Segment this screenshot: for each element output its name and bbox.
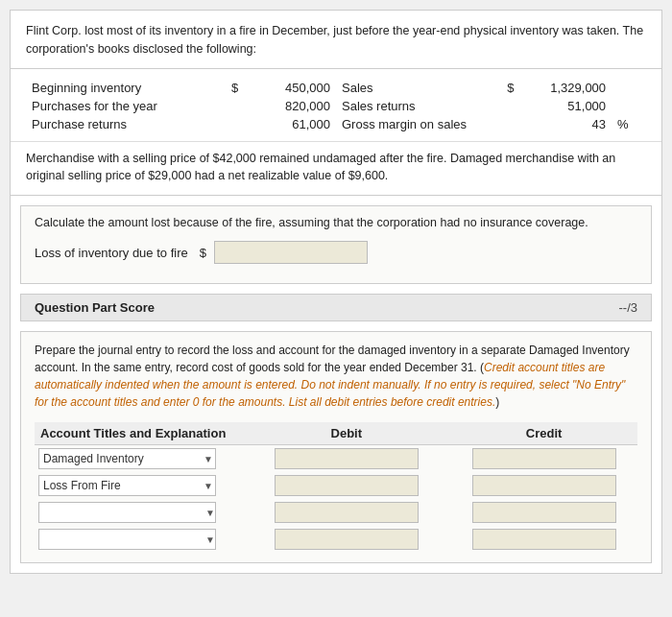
financial-table: Beginning inventory $ 450,000 Sales $ 1,… xyxy=(26,79,646,133)
loss-input[interactable] xyxy=(214,241,368,264)
amount-beginning-inventory: 450,000 xyxy=(244,79,336,97)
journal-row-1: Damaged Inventory ▼ xyxy=(35,445,637,473)
account-cell-1: Damaged Inventory ▼ xyxy=(35,445,243,473)
dollar-purchases xyxy=(221,97,244,115)
account-select-3[interactable]: ▼ xyxy=(38,502,216,523)
journal-row-4: ▼ xyxy=(35,526,637,553)
credit-cell-4 xyxy=(450,526,637,553)
loss-label: Loss of inventory due to fire xyxy=(35,246,188,260)
dollar-gross-margin xyxy=(496,115,519,133)
account-arrow-2[interactable]: ▼ xyxy=(204,481,213,491)
dollar-sales-returns xyxy=(496,97,519,115)
intro-text: Flint Corp. lost most of its inventory i… xyxy=(26,24,643,56)
debit-cell-4 xyxy=(243,526,451,553)
credit-input-2[interactable] xyxy=(472,475,616,496)
debit-input-3[interactable] xyxy=(275,502,419,523)
credit-input-4[interactable] xyxy=(472,529,616,550)
journal-header-row: Account Titles and Explanation Debit Cre… xyxy=(35,422,637,445)
account-text-1: Damaged Inventory xyxy=(41,450,202,467)
unit-sales-returns xyxy=(612,97,646,115)
score-bar: Question Part Score --/3 xyxy=(20,294,652,321)
debit-cell-1 xyxy=(243,445,451,473)
financial-data-section: Beginning inventory $ 450,000 Sales $ 1,… xyxy=(11,69,661,142)
credit-cell-3 xyxy=(450,499,637,526)
header-credit: Credit xyxy=(450,422,637,445)
account-arrow-3[interactable]: ▼ xyxy=(205,508,215,518)
journal-row-3: ▼ xyxy=(35,499,637,526)
label-purchase-returns: Purchase returns xyxy=(26,115,221,133)
debit-input-1[interactable] xyxy=(275,448,419,469)
account-arrow-1[interactable]: ▼ xyxy=(204,454,213,464)
score-bar-value: --/3 xyxy=(619,300,638,315)
loss-dollar: $ xyxy=(200,246,206,260)
dollar-sales: $ xyxy=(496,79,519,97)
account-cell-3: ▼ xyxy=(35,499,243,526)
note-text: Merchandise with a selling price of $42,… xyxy=(26,152,615,183)
table-row: Beginning inventory $ 450,000 Sales $ 1,… xyxy=(26,79,646,97)
loss-row: Loss of inventory due to fire $ xyxy=(35,241,637,264)
intro-section: Flint Corp. lost most of its inventory i… xyxy=(11,11,661,69)
table-row: Purchases for the year 820,000 Sales ret… xyxy=(26,97,646,115)
label-sales-returns: Sales returns xyxy=(336,97,496,115)
table-row: Purchase returns 61,000 Gross margin on … xyxy=(26,115,646,133)
page-container: Flint Corp. lost most of its inventory i… xyxy=(10,10,662,574)
credit-cell-2 xyxy=(450,472,637,499)
journal-table: Account Titles and Explanation Debit Cre… xyxy=(35,422,637,553)
debit-input-4[interactable] xyxy=(275,529,419,550)
account-text-2: Loss From Fire xyxy=(41,477,202,494)
question1-box: Calculate the amount lost because of the… xyxy=(20,205,652,284)
account-arrow-4[interactable]: ▼ xyxy=(205,534,215,545)
score-bar-label: Question Part Score xyxy=(35,300,155,315)
journal-section: Prepare the journal entry to record the … xyxy=(20,331,652,563)
account-select-4[interactable]: ▼ xyxy=(38,529,216,550)
label-beginning-inventory: Beginning inventory xyxy=(26,79,221,97)
amount-gross-margin: 43 xyxy=(519,115,612,133)
credit-cell-1 xyxy=(450,445,637,473)
debit-cell-3 xyxy=(243,499,451,526)
header-account: Account Titles and Explanation xyxy=(35,422,243,445)
credit-input-3[interactable] xyxy=(472,502,616,523)
amount-sales-returns: 51,000 xyxy=(519,97,612,115)
account-select-1[interactable]: Damaged Inventory ▼ xyxy=(38,448,216,469)
unit-sales xyxy=(612,79,646,97)
account-text-4 xyxy=(39,537,205,541)
unit-gross-margin: % xyxy=(612,115,646,133)
note-section: Merchandise with a selling price of $42,… xyxy=(11,142,661,197)
account-cell-4: ▼ xyxy=(35,526,243,553)
question1-text: Calculate the amount lost because of the… xyxy=(35,216,637,229)
amount-sales: 1,329,000 xyxy=(519,79,612,97)
debit-cell-2 xyxy=(243,472,451,499)
header-debit: Debit xyxy=(243,422,451,445)
journal-instruction: Prepare the journal entry to record the … xyxy=(35,342,637,411)
amount-purchase-returns: 61,000 xyxy=(244,115,336,133)
dollar-beginning-inventory: $ xyxy=(221,79,244,97)
account-cell-2: Loss From Fire ▼ xyxy=(35,472,243,499)
account-select-2[interactable]: Loss From Fire ▼ xyxy=(38,475,216,496)
debit-input-2[interactable] xyxy=(275,475,419,496)
label-purchases: Purchases for the year xyxy=(26,97,221,115)
journal-row-2: Loss From Fire ▼ xyxy=(35,472,637,499)
credit-input-1[interactable] xyxy=(472,448,616,469)
label-gross-margin: Gross margin on sales xyxy=(336,115,496,133)
dollar-purchase-returns xyxy=(221,115,244,133)
account-text-3 xyxy=(39,510,205,514)
label-sales: Sales xyxy=(336,79,496,97)
amount-purchases: 820,000 xyxy=(244,97,336,115)
